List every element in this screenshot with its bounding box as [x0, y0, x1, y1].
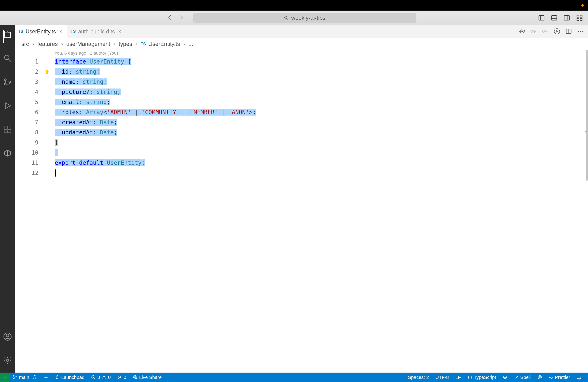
code-line[interactable]: 2 id: string;	[15, 67, 588, 77]
status-notifications[interactable]	[573, 373, 585, 382]
line-number[interactable]: 7	[15, 119, 45, 126]
code-content[interactable]: }	[45, 139, 58, 146]
macos-menubar	[0, 0, 588, 11]
code-line[interactable]: 8 updatedAt: Date;	[15, 127, 588, 137]
status-launchpad[interactable]: Launchpad	[51, 373, 88, 382]
minimap-slider[interactable]	[586, 50, 588, 180]
breadcrumb-symbol[interactable]: ...	[189, 41, 193, 47]
status-problems[interactable]: 0 0	[88, 373, 114, 382]
status-branch[interactable]: main	[9, 373, 40, 382]
split-editor-button[interactable]	[566, 28, 572, 35]
activity-settings[interactable]	[3, 356, 12, 365]
status-language[interactable]: TypeScript	[464, 373, 499, 382]
run-file-button[interactable]	[554, 28, 560, 35]
close-tab-button[interactable]: ×	[58, 29, 63, 34]
breadcrumb-file[interactable]: UserEntity.ts	[148, 41, 180, 47]
close-tab-button[interactable]: ×	[117, 29, 122, 34]
code-line[interactable]: 6 roles: Array<'ADMIN' | 'COMMUNITY' | '…	[15, 107, 588, 117]
code-content[interactable]: roles: Array<'ADMIN' | 'COMMUNITY' | 'ME…	[45, 109, 256, 115]
code-content[interactable]	[45, 169, 56, 177]
activity-extensions[interactable]	[3, 125, 12, 135]
svg-rect-15	[8, 130, 11, 133]
breadcrumbs[interactable]: src›features›userManagement›types›TSUser…	[15, 38, 588, 50]
minimap[interactable]	[584, 50, 588, 373]
launchpad-label: Launchpad	[61, 375, 84, 380]
line-number[interactable]: 5	[15, 99, 45, 105]
bullseye-icon	[537, 375, 542, 380]
editor-tab-0[interactable]: TSUserEntity.ts×	[15, 25, 67, 38]
activity-explorer[interactable]	[3, 30, 12, 40]
svg-point-17	[6, 334, 9, 337]
toggle-panel-button[interactable]	[550, 14, 558, 22]
status-ports[interactable]: 0	[114, 373, 130, 382]
line-number[interactable]: 12	[15, 170, 45, 176]
toggle-primary-sidebar-button[interactable]	[537, 14, 546, 22]
code-content[interactable]: picture?: string;	[45, 89, 121, 95]
svg-point-28	[13, 378, 14, 379]
go-back-history-button[interactable]	[518, 28, 525, 35]
breadcrumb-segment[interactable]: src	[21, 41, 29, 47]
breadcrumb-segment[interactable]: features	[37, 41, 58, 47]
code-content[interactable]: id: string;	[45, 68, 100, 75]
line-number[interactable]: 11	[15, 159, 45, 166]
status-prettier[interactable]: Prettier	[546, 373, 573, 382]
status-feedback[interactable]	[534, 373, 546, 382]
codelens-blame[interactable]: You, 6 days ago | 1 author (You)	[15, 50, 588, 56]
code-content[interactable]	[45, 149, 58, 156]
customize-layout-button[interactable]	[575, 14, 584, 22]
code-content[interactable]: interface UserEntity {	[45, 58, 131, 65]
go-forward-history-button[interactable]	[530, 28, 537, 35]
status-indentation[interactable]: Spaces: 2	[405, 373, 432, 382]
line-number[interactable]: 9	[15, 139, 45, 146]
code-line[interactable]: 5 email: string;	[15, 97, 588, 107]
activity-source-control[interactable]	[3, 77, 12, 87]
line-number[interactable]: 3	[15, 79, 45, 85]
code-line[interactable]: 9}	[15, 137, 588, 148]
code-line[interactable]: 3 name: string;	[15, 77, 588, 87]
code-line[interactable]: 12	[15, 168, 588, 178]
branch-name: main	[19, 375, 29, 380]
status-eol[interactable]: LF	[452, 373, 464, 382]
status-live-share[interactable]: Live Share	[130, 373, 165, 382]
more-actions-button[interactable]	[577, 28, 584, 35]
remote-indicator[interactable]	[0, 373, 9, 382]
double-check-icon	[549, 375, 553, 380]
code-editor[interactable]: You, 6 days ago | 1 author (You) 1interf…	[15, 50, 588, 373]
status-gitlens[interactable]	[40, 373, 51, 382]
editor-tab-1[interactable]: TSauth-public.d.ts×	[67, 25, 126, 38]
code-line[interactable]: 7 createdAt: Date;	[15, 117, 588, 127]
code-content[interactable]: name: string;	[45, 78, 107, 85]
code-content[interactable]: updatedAt: Date;	[45, 129, 117, 136]
status-encoding[interactable]: UTF-8	[432, 373, 452, 382]
nav-forward-button[interactable]	[178, 14, 184, 21]
breadcrumb-segment[interactable]: userManagement	[66, 41, 110, 47]
line-number[interactable]: 2	[15, 68, 45, 75]
line-number[interactable]: 1	[15, 58, 45, 65]
activity-search[interactable]	[3, 54, 12, 63]
line-number[interactable]: 10	[15, 149, 45, 156]
activity-accounts[interactable]	[3, 332, 12, 342]
chevron-right-icon: ›	[114, 41, 115, 47]
line-number[interactable]: 8	[15, 129, 45, 136]
status-spell[interactable]: Spell	[511, 373, 534, 382]
code-line[interactable]: 10	[15, 148, 588, 158]
lightbulb-icon[interactable]	[44, 69, 50, 75]
nav-back-button[interactable]	[167, 14, 173, 21]
recording-indicator-icon	[581, 4, 584, 7]
status-copilot[interactable]	[499, 373, 511, 382]
activity-remote-explorer[interactable]	[3, 149, 12, 158]
code-content[interactable]: createdAt: Date;	[45, 119, 117, 126]
line-number[interactable]: 6	[15, 109, 45, 115]
line-number[interactable]: 4	[15, 89, 45, 95]
activity-run-debug[interactable]	[3, 101, 12, 111]
code-line[interactable]: 1interface UserEntity {	[15, 56, 588, 67]
code-content[interactable]: export default UserEntity;	[45, 159, 145, 166]
editor-tabs: TSUserEntity.ts×TSauth-public.d.ts×	[15, 25, 588, 38]
code-line[interactable]: 11export default UserEntity;	[15, 158, 588, 168]
toggle-secondary-sidebar-button[interactable]	[563, 14, 571, 22]
gitlens-icon	[43, 375, 48, 380]
breadcrumb-segment[interactable]: types	[119, 41, 132, 47]
command-center-search[interactable]: weekly-ai-tips	[193, 13, 416, 23]
code-line[interactable]: 4 picture?: string;	[15, 87, 588, 97]
code-content[interactable]: email: string;	[45, 99, 110, 105]
